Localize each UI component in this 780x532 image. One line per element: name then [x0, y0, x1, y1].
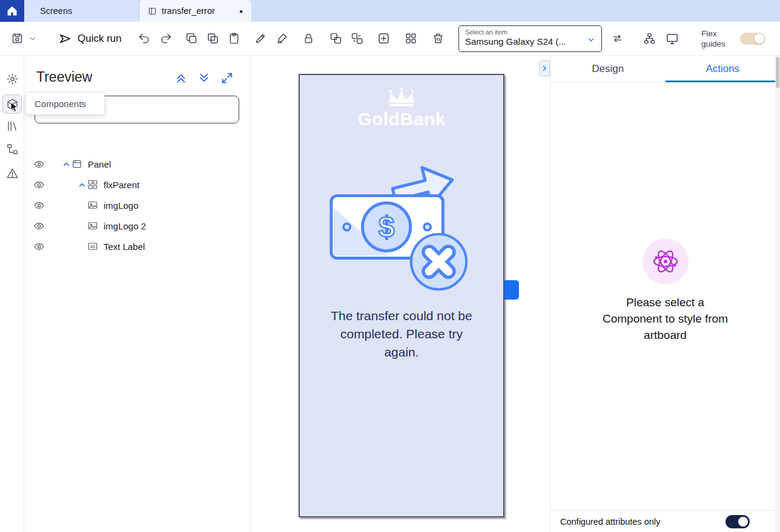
- image-widget-icon: [87, 220, 99, 231]
- paste-button[interactable]: [224, 29, 243, 48]
- home-icon: [6, 5, 18, 17]
- group-button[interactable]: [326, 29, 345, 48]
- templates-button[interactable]: [401, 29, 420, 48]
- quick-run-button[interactable]: Quick run: [58, 31, 122, 45]
- pencil-icon: [254, 32, 267, 45]
- left-icon-rail: [0, 56, 24, 532]
- visibility-eye-icon[interactable]: [33, 241, 45, 252]
- save-button[interactable]: [7, 29, 27, 48]
- crown-icon: [385, 86, 418, 108]
- library-icon: [6, 120, 19, 133]
- expand-all-icon[interactable]: [197, 71, 211, 85]
- phone-artboard[interactable]: GoldBank $: [299, 74, 504, 517]
- copy-button[interactable]: [182, 29, 201, 48]
- add-widget-button[interactable]: [374, 29, 393, 48]
- paste-icon: [228, 32, 240, 45]
- tree-item-imglogo2[interactable]: imgLogo 2: [24, 215, 251, 236]
- top-tab-strip: Screens transfer_error ●: [0, 0, 780, 22]
- tree-item-flxparent[interactable]: flxParent: [24, 174, 251, 195]
- copy-icon: [185, 32, 198, 45]
- panel-widget-icon: [71, 159, 83, 169]
- settings-rail-button[interactable]: [2, 69, 22, 88]
- redo-button[interactable]: [156, 29, 175, 48]
- copy-style-button[interactable]: [251, 29, 270, 48]
- logo-block: GoldBank: [300, 86, 503, 130]
- treeview-header-icons: [174, 71, 234, 85]
- home-button[interactable]: [0, 0, 24, 22]
- preview-button[interactable]: [663, 29, 682, 48]
- tree-item-label: imgLogo 2: [104, 221, 146, 231]
- transfer-error-illustration: $: [326, 150, 477, 291]
- library-rail-button[interactable]: [2, 116, 22, 136]
- tab-screens[interactable]: Screens: [24, 0, 139, 22]
- warnings-rail-button[interactable]: [2, 163, 22, 183]
- tab-design-label: Design: [592, 63, 624, 75]
- brush-icon: [276, 32, 288, 45]
- structure-rail-button[interactable]: [2, 139, 22, 159]
- toggle-knob: [738, 517, 748, 527]
- tree-item-imglogo[interactable]: imgLogo: [24, 195, 251, 215]
- tab-actions-label: Actions: [706, 63, 739, 75]
- tab-transfer-error[interactable]: transfer_error ●: [139, 0, 251, 22]
- empty-state: Please select a Component to style from …: [550, 238, 780, 343]
- lock-button[interactable]: [299, 29, 318, 48]
- error-cross-badge-icon: [411, 234, 466, 289]
- grid-icon: [405, 32, 417, 45]
- flex-container-icon: [87, 179, 99, 190]
- save-icon: [11, 32, 24, 45]
- tab-transfer-error-label: transfer_error: [162, 6, 215, 16]
- tab-actions[interactable]: Actions: [666, 56, 780, 82]
- screen-tab-icon: [148, 7, 157, 16]
- visibility-eye-icon[interactable]: [33, 220, 45, 232]
- artboard-resize-handle[interactable]: [504, 280, 519, 300]
- collapse-chevron-icon[interactable]: [61, 160, 71, 169]
- swap-arrows-icon: [611, 32, 624, 45]
- atom-icon-circle: [643, 238, 689, 284]
- save-menu-button[interactable]: [27, 29, 39, 48]
- device-selector-value: Samsung Galaxy S24 (...: [465, 36, 595, 47]
- tree-structure-icon: [6, 143, 19, 156]
- error-message-label: The transfer could not be completed. Ple…: [319, 307, 484, 361]
- device-selector[interactable]: Select an item Samsung Galaxy S24 (...: [458, 25, 602, 52]
- monitor-icon: [666, 32, 679, 45]
- expand-panel-icon[interactable]: [220, 71, 234, 85]
- apply-style-button[interactable]: [272, 29, 291, 48]
- tree-item-textlabel[interactable]: AB Text Label: [24, 236, 251, 257]
- sync-button[interactable]: [607, 29, 627, 48]
- visibility-eye-icon[interactable]: [33, 200, 45, 211]
- panel-expander-button[interactable]: [539, 61, 550, 76]
- empty-state-message: Please select a Component to style from …: [550, 294, 780, 343]
- delete-button[interactable]: [428, 29, 448, 48]
- configured-attributes-toggle[interactable]: [725, 515, 750, 528]
- tree-item-label: Panel: [88, 159, 111, 169]
- tab-screens-label: Screens: [40, 6, 72, 16]
- lock-icon: [302, 32, 315, 45]
- ungroup-button[interactable]: [347, 29, 366, 48]
- components-tooltip: Components: [25, 92, 105, 115]
- visibility-eye-icon[interactable]: [33, 159, 45, 170]
- tree-item-panel[interactable]: Panel: [24, 154, 251, 174]
- device-selector-label: Select an item: [465, 28, 595, 36]
- hierarchy-view-button[interactable]: [640, 29, 659, 48]
- quick-run-label: Quick run: [78, 33, 122, 45]
- duplicate-button[interactable]: [203, 29, 222, 48]
- collapse-chevron-icon[interactable]: [76, 180, 87, 189]
- visibility-eye-icon[interactable]: [33, 179, 45, 191]
- properties-tabs: Design Actions: [550, 56, 780, 82]
- design-canvas[interactable]: GoldBank $: [251, 56, 550, 532]
- collapse-all-icon[interactable]: [174, 71, 188, 85]
- app-root: Screens transfer_error ● Quick run: [0, 0, 780, 532]
- tab-design[interactable]: Design: [550, 56, 666, 82]
- treeview-title: Treeview: [36, 69, 92, 85]
- run-icon: [58, 31, 72, 45]
- gear-icon: [6, 73, 19, 85]
- scrollbar-thumb[interactable]: [776, 57, 779, 88]
- dollar-sign: $: [378, 211, 394, 243]
- flex-guides-toggle[interactable]: [740, 33, 765, 45]
- flex-guides-label: Flex guides: [701, 28, 733, 49]
- undo-button[interactable]: [134, 29, 154, 48]
- bank-logo-text: GoldBank: [357, 109, 446, 130]
- add-box-icon: [377, 32, 390, 45]
- tree-item-label: flxParent: [104, 180, 139, 190]
- vertical-scrollbar: [775, 56, 780, 532]
